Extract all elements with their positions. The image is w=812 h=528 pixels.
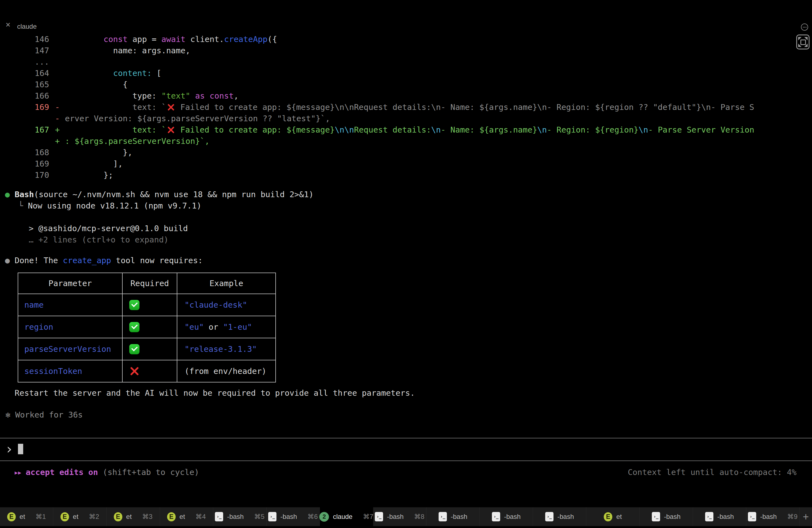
tab-shortcut: ⌘5 bbox=[254, 513, 264, 520]
input-divider-top bbox=[0, 438, 812, 439]
col-header-example: Example bbox=[177, 273, 276, 294]
claude-terminal-icon: 2 bbox=[319, 512, 329, 522]
mode-arrows-icon: ▶▶ bbox=[15, 469, 21, 475]
branch-icon: └ bbox=[18, 201, 23, 210]
bash-terminal-icon: ›_ bbox=[748, 512, 756, 522]
mode-group[interactable]: ▶▶accept edits on(shift+tab to cycle) bbox=[15, 467, 199, 478]
example-cell: "eu" or "1-eu" bbox=[177, 316, 276, 338]
tab-et-2[interactable]: Eet⌘2 bbox=[53, 507, 106, 526]
build-output-line: > @sashido/mcp-server@0.1.0 build bbox=[0, 223, 812, 234]
text-segment: "1-eu" bbox=[223, 322, 252, 332]
tab-et-4[interactable]: Eet⌘4 bbox=[160, 507, 213, 526]
line-number: 168 bbox=[0, 147, 49, 158]
tab-label: et bbox=[73, 513, 78, 520]
diff-marker bbox=[49, 158, 65, 170]
tab-label: -bash bbox=[717, 513, 734, 520]
bash-terminal-icon: ›_ bbox=[492, 512, 500, 522]
et-terminal-icon: E bbox=[114, 512, 122, 522]
text-segment: \n bbox=[537, 125, 547, 134]
tab--bash[interactable]: ›_-bash bbox=[533, 507, 586, 526]
tab-label: et bbox=[616, 513, 622, 520]
restart-note: Restart the server and the AI will now b… bbox=[0, 387, 415, 399]
tab-label: -bash bbox=[504, 513, 521, 520]
check-mark-icon bbox=[129, 300, 140, 310]
text-segment: as const bbox=[195, 91, 234, 101]
text-segment: - Name: ${args.name} bbox=[441, 125, 537, 134]
text-segment: erver Version: ${args.parseServerVersion… bbox=[65, 114, 330, 123]
blank-line bbox=[0, 211, 812, 223]
text-segment: \n\n bbox=[335, 125, 354, 134]
text-segment: type: bbox=[65, 91, 161, 101]
text-segment: text: ` bbox=[65, 102, 166, 112]
diff-marker: - bbox=[49, 113, 65, 124]
line-number: 167 bbox=[0, 124, 49, 136]
tab--bash-5[interactable]: ›_-bash⌘5 bbox=[213, 507, 266, 526]
text-segment: Failed to create app: ${message} bbox=[176, 125, 335, 134]
text-segment bbox=[65, 69, 113, 78]
diff-marker bbox=[49, 68, 65, 79]
code-line: -erver Version: ${args.parseServerVersio… bbox=[0, 113, 812, 124]
dot bbox=[804, 27, 805, 28]
more-options-icon[interactable] bbox=[801, 24, 808, 31]
tab--bash[interactable]: ›_-bash bbox=[640, 507, 693, 526]
line-number bbox=[0, 113, 49, 124]
required-cell bbox=[122, 294, 177, 316]
line-number: 146 bbox=[0, 34, 49, 45]
expand-hint-line[interactable]: … +2 lines (ctrl+o to expand) bbox=[0, 234, 812, 246]
code-line: 170 }; bbox=[0, 170, 812, 181]
dot bbox=[806, 27, 807, 28]
prompt-input[interactable]: › bbox=[5, 443, 23, 455]
line-number bbox=[0, 136, 49, 147]
terminal-tab-bar: Eet⌘1Eet⌘2Eet⌘3Eet⌘4›_-bash⌘5›_-bash⌘62c… bbox=[0, 507, 812, 526]
et-terminal-icon: E bbox=[60, 512, 69, 522]
code-line: 168 }, bbox=[0, 147, 812, 158]
bash-tool-block: ● Bash(source ~/.nvm/nvm.sh && nvm use 1… bbox=[0, 189, 812, 246]
tab--bash[interactable]: ›_-bash bbox=[426, 507, 480, 526]
diff-marker bbox=[49, 79, 65, 90]
table-row: region"eu" or "1-eu" bbox=[18, 316, 276, 338]
text-segment: "eu" bbox=[185, 322, 204, 332]
tab--bash[interactable]: ›_-bash bbox=[480, 507, 533, 526]
tab-et-3[interactable]: Eet⌘3 bbox=[106, 507, 160, 526]
tab-label: et bbox=[179, 513, 185, 520]
code-line: 169 ], bbox=[0, 158, 812, 170]
diff-marker bbox=[49, 147, 65, 158]
tab-label: -bash bbox=[557, 513, 574, 520]
text-segment: await bbox=[161, 34, 185, 44]
parameters-table: Parameter Required Example name"claude-d… bbox=[18, 273, 276, 382]
tab-et-1[interactable]: Eet⌘1 bbox=[0, 507, 53, 526]
bash-terminal-icon: ›_ bbox=[545, 512, 553, 522]
line-number: 165 bbox=[0, 79, 49, 90]
text-cursor bbox=[18, 444, 23, 454]
required-cell bbox=[122, 338, 177, 360]
tab-claude-7[interactable]: 2claude⌘7 bbox=[320, 507, 373, 526]
code-text: content: [ bbox=[65, 68, 161, 79]
line-number: 169 bbox=[0, 102, 49, 113]
code-line: +: ${args.parseServerVersion}`, bbox=[0, 136, 812, 147]
done-text-prefix: Done! The bbox=[15, 256, 63, 265]
tool-command: (source ~/.nvm/nvm.sh && nvm use 18 && n… bbox=[34, 190, 314, 199]
tab--bash-9[interactable]: ›_-bash⌘9 bbox=[746, 507, 800, 526]
text-segment: createApp bbox=[224, 34, 267, 44]
line-number: 164 bbox=[0, 68, 49, 79]
prompt-chevron-icon: › bbox=[5, 443, 13, 455]
text-segment: }, bbox=[65, 148, 132, 157]
code-text: ], bbox=[65, 158, 123, 170]
close-icon[interactable]: × bbox=[5, 20, 11, 29]
window-title: claude bbox=[17, 23, 37, 30]
tab--bash-6[interactable]: ›_-bash⌘6 bbox=[266, 507, 320, 526]
tab-shortcut: ⌘1 bbox=[35, 513, 46, 520]
tab-et[interactable]: Eet bbox=[586, 507, 640, 526]
table-row: name"claude-desk" bbox=[18, 294, 276, 316]
code-line: 165 { bbox=[0, 79, 812, 90]
text-segment: text: ` bbox=[65, 125, 166, 134]
code-text: name: args.name, bbox=[65, 45, 190, 56]
tool-name: Bash bbox=[15, 190, 34, 199]
new-tab-button[interactable]: + bbox=[800, 507, 812, 526]
tab--bash[interactable]: ›_-bash bbox=[693, 507, 746, 526]
tab--bash-8[interactable]: ›_-bash⌘8 bbox=[373, 507, 426, 526]
text-segment: client. bbox=[186, 34, 224, 44]
col-header-required: Required bbox=[122, 273, 177, 294]
et-terminal-icon: E bbox=[7, 512, 16, 522]
text-segment: ], bbox=[65, 159, 123, 168]
